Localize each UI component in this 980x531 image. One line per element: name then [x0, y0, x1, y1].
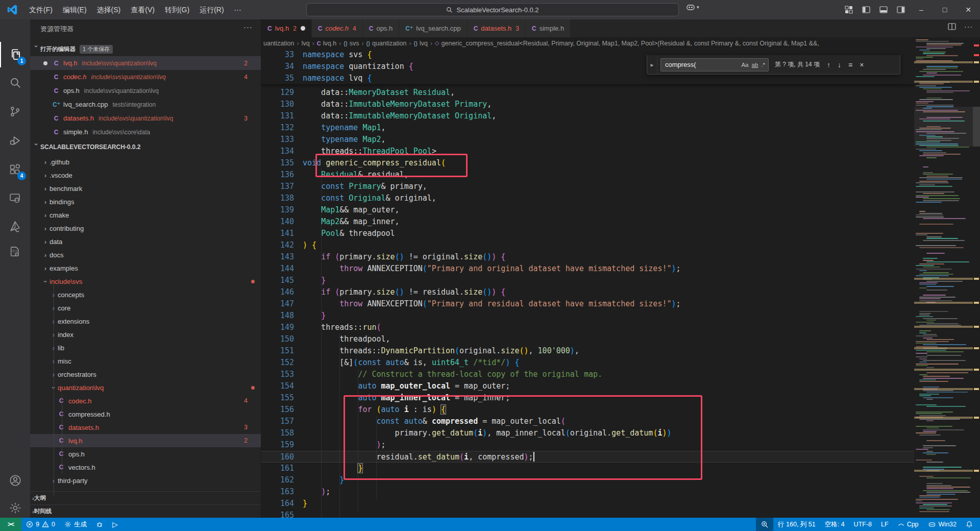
menu-item-2[interactable]: 编辑(E)	[58, 3, 92, 16]
tab-simple.h[interactable]: Csimple.h	[526, 19, 571, 37]
copilot-menu[interactable]: ▾	[685, 2, 699, 12]
zoom-indicator[interactable]	[756, 518, 773, 531]
activitybar-extensions[interactable]: 4	[0, 157, 30, 182]
cursor-position[interactable]: 行 160, 列 51	[773, 518, 820, 531]
tree-item-ops.h[interactable]: Cops.h	[30, 447, 261, 461]
tree-item-lvq.h[interactable]: Clvq.h2	[30, 434, 261, 447]
tab-lvq_search.cpp[interactable]: C⁺lvq_search.cpp	[399, 19, 467, 37]
tab-codec.h[interactable]: Ccodec.h4	[312, 19, 363, 37]
open-editor-simple.h[interactable]: Csimple.hinclude\svs\core\data	[30, 125, 261, 139]
activitybar-cpp-tools[interactable]: C+	[0, 239, 30, 264]
outline-section[interactable]: ›大纲	[30, 491, 261, 504]
find-next-icon[interactable]: ↓	[838, 61, 841, 69]
open-editor-codec.h[interactable]: Ccodec.hinclude\svs\quantization\lvq4	[30, 70, 261, 84]
tree-item-.vscode[interactable]: ›.vscode	[30, 168, 261, 182]
notifications-bell[interactable]	[961, 518, 980, 531]
tree-item-orchestrators[interactable]: ›orchestrators	[30, 368, 261, 381]
activitybar-run-debug[interactable]	[0, 128, 30, 153]
breadcrumb-item[interactable]: uantization	[263, 40, 294, 47]
encoding-setting[interactable]: UTF-8	[849, 518, 876, 531]
timeline-section[interactable]: ›时间线	[30, 504, 261, 518]
tree-item-compressed.h[interactable]: Ccompressed.h	[30, 407, 261, 421]
activitybar-explorer[interactable]: 1	[0, 42, 30, 67]
more-editor-actions-icon[interactable]: ···	[964, 22, 973, 31]
tree-item-index[interactable]: ›index	[30, 328, 261, 341]
tree-item-docs[interactable]: ›docs	[30, 248, 261, 261]
tree-item-concepts[interactable]: ›concepts	[30, 288, 261, 301]
remote-indicator[interactable]: ><	[0, 518, 21, 531]
tab-datasets.h[interactable]: Cdatasets.h3	[468, 19, 526, 37]
activitybar-settings-gear[interactable]	[0, 495, 30, 521]
toggle-replace-icon[interactable]: ▸	[647, 55, 657, 74]
whole-word-icon[interactable]: ab	[752, 62, 758, 68]
customize-layout-icon[interactable]	[840, 2, 857, 17]
close-button[interactable]: ✕	[957, 0, 980, 19]
toggle-panel-icon[interactable]	[875, 2, 892, 17]
tree-item-cmake[interactable]: ›cmake	[30, 208, 261, 222]
cmake-build-button[interactable]: 生成	[60, 518, 91, 531]
activitybar-source-control[interactable]	[0, 99, 30, 124]
tree-item-misc[interactable]: ›misc	[30, 354, 261, 368]
tree-item-codec.h[interactable]: Ccodec.h4	[30, 394, 261, 407]
match-case-icon[interactable]: Aa	[741, 62, 748, 68]
tree-item-third-party[interactable]: ›third-party	[30, 474, 261, 487]
sidebar-more-actions-icon[interactable]: ···	[243, 22, 253, 31]
tree-item-.github[interactable]: ›.github	[30, 155, 261, 168]
minimap[interactable]	[914, 37, 973, 518]
menu-item-7[interactable]: ···	[229, 3, 247, 16]
breadcrumb-item[interactable]: Clvq.h	[317, 40, 336, 47]
debug-button[interactable]	[91, 518, 108, 531]
breadcrumb-item[interactable]: {}quantization	[366, 40, 407, 47]
tree-item-datasets.h[interactable]: Cdatasets.h3	[30, 421, 261, 434]
open-editor-ops.h[interactable]: Cops.hinclude\svs\quantization\lvq	[30, 84, 261, 98]
find-previous-icon[interactable]: ↑	[827, 61, 830, 69]
tab-ops.h[interactable]: Cops.h	[363, 19, 399, 37]
tree-item-benchmark[interactable]: ›benchmark	[30, 182, 261, 195]
command-center-search[interactable]: ScalableVectorSearch-0.0.2	[306, 3, 679, 16]
tree-item-lib[interactable]: ›lib	[30, 341, 261, 354]
split-editor-icon[interactable]	[948, 22, 956, 31]
regex-icon[interactable]: .*	[761, 62, 765, 68]
tree-item-examples[interactable]: ›examples	[30, 261, 261, 275]
breadcrumb-item[interactable]: {}lvq	[414, 40, 428, 47]
tree-item-data[interactable]: ›data	[30, 235, 261, 248]
tree-item-quantization-lvq[interactable]: ›quantization\lvq	[30, 381, 261, 394]
scrollbar-thumb[interactable]	[973, 107, 980, 147]
menu-item-4[interactable]: 查看(V)	[126, 3, 160, 16]
menu-item-3[interactable]: 选择(S)	[92, 3, 126, 16]
open-editor-lvq.h[interactable]: Clvq.hinclude\svs\quantization\lvq2	[30, 56, 261, 70]
maximize-button[interactable]: □	[933, 0, 957, 19]
activitybar-search[interactable]	[0, 70, 30, 95]
activitybar-account[interactable]	[0, 468, 30, 493]
overview-ruler[interactable]	[973, 37, 980, 518]
open-editors-header[interactable]: ›打开的编辑器1 个未保存	[30, 43, 261, 55]
toggle-sidebar-icon[interactable]	[857, 2, 875, 17]
toggle-secondary-sidebar-icon[interactable]	[892, 2, 910, 17]
minimap-slider[interactable]	[914, 107, 973, 146]
tree-item-vectors.h[interactable]: Cvectors.h	[30, 461, 261, 474]
indent-setting[interactable]: 空格: 4	[820, 518, 849, 531]
menu-item-1[interactable]: 文件(F)	[24, 3, 58, 16]
copilot-status[interactable]: Win32	[923, 518, 961, 531]
breadcrumb-item[interactable]: lvq	[302, 40, 310, 47]
find-in-selection-icon[interactable]: ≡	[848, 61, 852, 69]
open-editor-datasets.h[interactable]: Cdatasets.hinclude\svs\quantization\lvq3	[30, 111, 261, 125]
activitybar-remote-explorer[interactable]	[0, 185, 30, 211]
tree-item-bindings[interactable]: ›bindings	[30, 195, 261, 208]
problems-indicator[interactable]: 9 0	[21, 518, 60, 531]
menu-item-6[interactable]: 运行(R)	[194, 3, 229, 16]
breadcrumb[interactable]: uantization›lvq›Clvq.h›{}svs›{}quantizat…	[261, 37, 914, 49]
activitybar-cmake-tools[interactable]	[0, 213, 30, 239]
tab-modified-dot-icon[interactable]	[301, 26, 305, 31]
breadcrumb-item[interactable]: {}svs	[344, 40, 359, 47]
menu-item-5[interactable]: 转到(G)	[160, 3, 194, 16]
tree-item-include-svs[interactable]: ›include\svs	[30, 275, 261, 288]
find-input[interactable]: compress( Aa ab .*	[660, 58, 769, 71]
open-editor-lvq_search.cpp[interactable]: C⁺lvq_search.cpptests\integration	[30, 98, 261, 111]
project-section-header[interactable]: ›SCALABLEVECTORSEARCH-0.0.2	[30, 141, 261, 153]
tab-lvq.h[interactable]: Clvq.h2	[261, 19, 312, 37]
run-button[interactable]: ▷	[108, 518, 122, 531]
language-mode[interactable]: Cpp	[893, 518, 923, 531]
eol-setting[interactable]: LF	[876, 518, 893, 531]
close-find-icon[interactable]: ×	[860, 61, 864, 69]
